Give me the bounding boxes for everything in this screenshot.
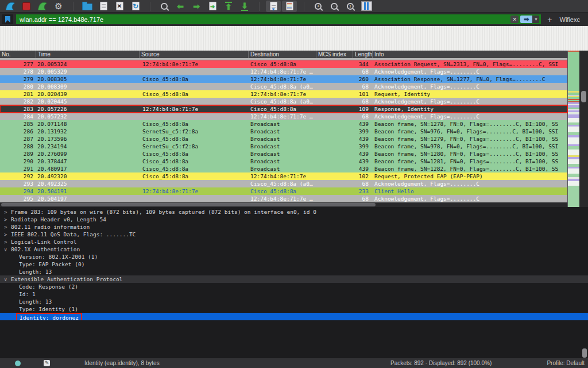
packet-list-horizontal-scrollbar[interactable] xyxy=(0,202,567,207)
capture-comment-icon[interactable]: ✎ xyxy=(44,360,50,366)
detail-text: 802.1X Authentication xyxy=(11,246,80,252)
reload-file-icon: ↻ xyxy=(132,2,140,10)
go-last-button[interactable]: ⬇ xyxy=(237,1,252,12)
packet-row-295[interactable]: 29520.50419712:74:b4:8e:71:7e (12:…68Ack… xyxy=(0,195,567,202)
detail-row-5[interactable]: >Logical-Link Control xyxy=(0,238,588,246)
detail-row-11[interactable]: Code: Response (2) xyxy=(0,283,588,290)
packet-row-286[interactable]: 28620.131932SernetSu_c5:f2:8aBroadcast39… xyxy=(0,128,567,135)
packet-row-277[interactable]: 27720.00532412:74:b4:8e:71:7eCisco_45:d8… xyxy=(0,60,567,68)
cell-source: 12:74:b4:8e:71:7e xyxy=(139,187,248,195)
detail-row-6[interactable]: ∨802.1X Authentication xyxy=(0,246,588,253)
apply-filter-button[interactable]: ➡ xyxy=(520,16,532,23)
packet-row-280[interactable]: 28020.008309Cisco_45:d8:8a (a0:0f:…68Ack… xyxy=(0,83,567,90)
wireshark-start-button[interactable] xyxy=(3,1,18,12)
wireshark-start-icon xyxy=(5,2,16,11)
packet-row-281[interactable]: 28120.020439Cisco_45:d8:8a12:74:b4:8e:71… xyxy=(0,90,567,98)
cell-no: 280 xyxy=(0,83,36,90)
clear-filter-button[interactable]: ✕ xyxy=(510,16,519,23)
cell-time: 20.057232 xyxy=(36,113,139,120)
column-header-destination[interactable]: Destination xyxy=(248,51,316,58)
main-toolbar: ⚙✕↻⬅➡➜⬆⬇▼+−1 xyxy=(0,0,588,13)
zoom-out-button[interactable]: − xyxy=(327,1,342,12)
status-profile[interactable]: Profile: Default xyxy=(547,360,585,366)
packet-list-vertical-scrollbar[interactable] xyxy=(579,51,588,207)
detail-row-13[interactable]: Length: 13 xyxy=(0,298,588,305)
expand-arrow-icon[interactable]: ∨ xyxy=(3,276,11,283)
detail-row-12[interactable]: Id: 1 xyxy=(0,290,588,298)
packet-row-283[interactable]: 28320.05722612:74:b4:8e:71:7eCisco_45:d8… xyxy=(0,105,567,113)
packet-row-285[interactable]: 28520.071148Cisco_45:d8:8aBroadcast439Be… xyxy=(0,120,567,128)
detail-row-14[interactable]: Type: Identity (1) xyxy=(0,305,588,313)
auto-scroll-button[interactable]: ▼ xyxy=(266,1,281,12)
filter-bookmark-button[interactable] xyxy=(2,14,13,24)
column-header-source[interactable]: Source xyxy=(139,51,248,58)
reload-file-button[interactable]: ↻ xyxy=(128,1,143,12)
zoom-original-button[interactable]: 1 xyxy=(343,1,358,12)
packet-row-287[interactable]: 28720.173596Cisco_45:d8:8aBroadcast439Be… xyxy=(0,135,567,143)
add-filter-button[interactable]: + xyxy=(544,15,555,24)
column-header-no[interactable]: No. xyxy=(0,51,36,58)
packet-row-282[interactable]: 28220.020445Cisco_45:d8:8a (a0:0f:…68Ack… xyxy=(0,98,567,105)
packet-row-293[interactable]: 29320.492325Cisco_45:d8:8a (a0:0f:…68Ack… xyxy=(0,180,567,187)
colorize-button[interactable] xyxy=(282,1,297,12)
column-header-info[interactable]: Info xyxy=(372,51,567,58)
save-file-button[interactable] xyxy=(96,1,111,12)
detail-scrollbar-thumb[interactable] xyxy=(582,348,587,358)
cell-mcs xyxy=(316,83,353,90)
horizontal-scrollbar-thumb[interactable] xyxy=(1,203,376,206)
expand-arrow-icon[interactable]: > xyxy=(3,216,11,223)
zoom-in-button[interactable]: + xyxy=(311,1,326,12)
find-packet-button[interactable] xyxy=(157,1,172,12)
resize-columns-button[interactable] xyxy=(359,1,374,12)
packet-row-290[interactable]: 29020.378447Cisco_45:d8:8aBroadcast439Be… xyxy=(0,158,567,165)
go-first-button[interactable]: ⬆ xyxy=(221,1,236,12)
minimap-segment xyxy=(568,186,579,207)
cell-info: Beacon frame, SN=1282, FN=0, Flags=.....… xyxy=(372,165,567,172)
cell-info: Beacon frame, SN=1280, FN=0, Flags=.....… xyxy=(372,150,567,158)
expand-arrow-icon[interactable]: > xyxy=(3,231,11,238)
detail-row-15[interactable]: Identity: dordonez xyxy=(0,313,588,320)
expand-arrow-icon[interactable]: > xyxy=(3,239,11,246)
cell-no: 292 xyxy=(0,172,36,180)
saved-filter-wifiexc-button[interactable]: Wifiexc xyxy=(559,16,585,23)
detail-row-2[interactable]: >Radiotap Header v0, Length 54 xyxy=(0,216,588,223)
packet-row-288[interactable]: 28820.234194SernetSu_c5:f2:8aBroadcast39… xyxy=(0,143,567,150)
detail-row-9[interactable]: Length: 13 xyxy=(0,268,588,275)
open-file-button[interactable] xyxy=(80,1,95,12)
go-forward-button[interactable]: ➡ xyxy=(189,1,204,12)
packet-row-292[interactable]: 29220.492320Cisco_45:d8:8a12:74:b4:8e:71… xyxy=(0,172,567,180)
column-header-length[interactable]: Length xyxy=(353,51,372,58)
detail-row-7[interactable]: Version: 802.1X-2001 (1) xyxy=(0,253,588,260)
go-back-button[interactable]: ⬅ xyxy=(173,1,188,12)
packet-row-284[interactable]: 28420.05723212:74:b4:8e:71:7e (12:…68Ack… xyxy=(0,113,567,120)
detail-row-10[interactable]: ∨Extensible Authentication Protocol xyxy=(0,275,588,283)
packet-row-278[interactable]: 27820.00532912:74:b4:8e:71:7e (12:…68Ack… xyxy=(0,68,567,75)
close-file-button[interactable]: ✕ xyxy=(112,1,127,12)
cell-length: 439 xyxy=(353,135,372,143)
column-header-time[interactable]: Time xyxy=(36,51,139,58)
packet-row-289[interactable]: 28920.276099Cisco_45:d8:8aBroadcast439Be… xyxy=(0,150,567,158)
expand-arrow-icon[interactable]: > xyxy=(3,224,11,231)
packet-row-291[interactable]: 29120.480917Cisco_45:d8:8aBroadcast439Be… xyxy=(0,165,567,172)
detail-row-1[interactable]: >Frame 283: 109 bytes on wire (872 bits)… xyxy=(0,208,588,216)
intelligent-scrollbar-minimap[interactable] xyxy=(567,51,579,207)
restart-capture-button[interactable] xyxy=(35,1,50,12)
display-filter-input[interactable]: wlan.addr == 1274.b48e.717e ✕ ➡ ▼ xyxy=(16,14,541,24)
filter-dropdown-button[interactable]: ▼ xyxy=(532,16,539,23)
minimap-segment xyxy=(568,137,579,144)
expand-arrow-icon[interactable]: ∨ xyxy=(3,246,11,253)
capture-options-button[interactable]: ⚙ xyxy=(51,1,66,12)
detail-row-8[interactable]: Type: EAP Packet (0) xyxy=(0,260,588,268)
expert-info-icon[interactable] xyxy=(15,361,21,366)
packet-row-294[interactable]: 29420.50419112:74:b4:8e:71:7eCisco_45:d8… xyxy=(0,187,567,195)
column-header-mcs[interactable]: MCS index xyxy=(316,51,353,58)
go-to-packet-button[interactable]: ➜ xyxy=(205,1,220,12)
toolbar-separator xyxy=(297,2,304,11)
detail-row-3[interactable]: >802.11 radio information xyxy=(0,223,588,231)
detail-row-4[interactable]: >IEEE 802.11 QoS Data, Flags: .......TC xyxy=(0,231,588,238)
cell-length: 439 xyxy=(353,120,372,128)
stop-capture-button[interactable] xyxy=(19,1,34,12)
expand-arrow-icon[interactable]: > xyxy=(3,209,11,216)
vertical-scrollbar-thumb[interactable] xyxy=(581,91,586,102)
packet-row-279[interactable]: 27920.008305Cisco_45:d8:8a12:74:b4:8e:71… xyxy=(0,75,567,83)
